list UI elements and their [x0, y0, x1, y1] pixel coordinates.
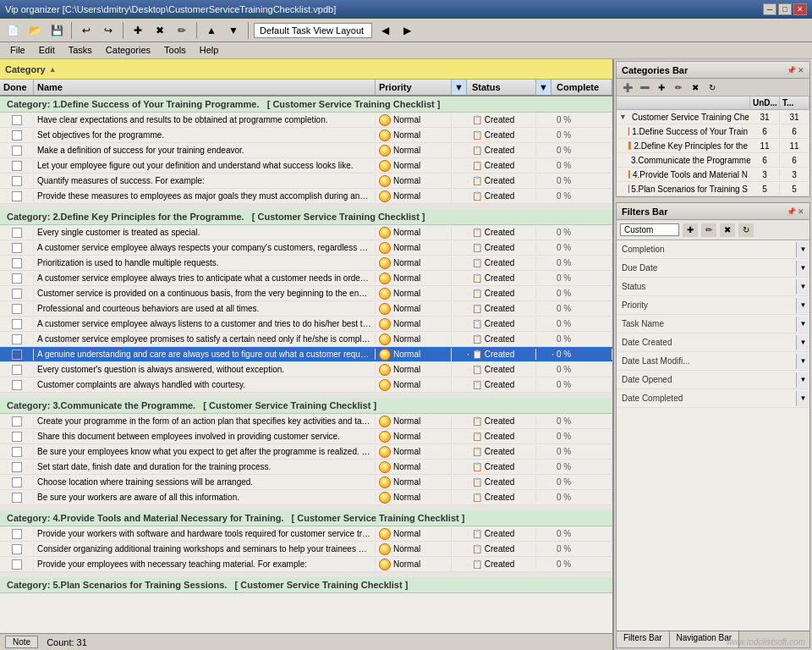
checkbox[interactable] [12, 544, 22, 554]
td-done[interactable] [0, 129, 34, 141]
checkbox[interactable] [12, 462, 22, 472]
table-row[interactable]: Provide these measures to employees as m… [0, 189, 612, 204]
table-row[interactable]: Let your employee figure out your defini… [0, 158, 612, 174]
filter-delete-btn[interactable]: ✖ [720, 223, 735, 237]
maximize-button[interactable]: □ [778, 3, 792, 15]
filter-dropdown-btn[interactable]: ▼ [796, 298, 809, 313]
th-status-filter[interactable]: ▼ [536, 80, 551, 95]
checkbox[interactable] [12, 243, 22, 253]
table-row[interactable]: Be sure your employees know what you exp… [0, 444, 612, 460]
delete-button[interactable]: ✖ [151, 21, 169, 40]
td-done[interactable] [0, 257, 34, 269]
table-row[interactable]: Provide your employees with necessary te… [0, 557, 612, 572]
filter-dropdown-btn[interactable]: ▼ [796, 242, 809, 257]
table-row[interactable]: Prioritization is used to handle multipl… [0, 256, 612, 271]
checkbox[interactable] [12, 365, 22, 375]
table-row[interactable]: Choose location where training sessions … [0, 475, 612, 490]
table-row[interactable]: Share this document between employees in… [0, 429, 612, 444]
checkbox[interactable] [12, 559, 22, 570]
td-done[interactable] [0, 492, 34, 504]
td-done[interactable] [0, 349, 34, 361]
table-row[interactable]: A customer service employee always liste… [0, 317, 612, 332]
td-done[interactable] [0, 114, 34, 126]
cat-collapse-btn[interactable]: ➖ [637, 80, 652, 94]
td-done[interactable] [0, 333, 34, 345]
menu-edit[interactable]: Edit [32, 44, 62, 57]
table-row[interactable]: Consider organizing additional training … [0, 542, 612, 557]
save-button[interactable]: 💾 [47, 21, 66, 40]
layout-selector[interactable]: Default Task View Layout [254, 23, 372, 38]
checkbox[interactable] [12, 304, 22, 314]
td-done[interactable] [0, 242, 34, 254]
cat-list-item[interactable]: 3.Communicate the Programme 6 6 [617, 153, 809, 168]
table-row[interactable]: Set start date, finish date and duration… [0, 460, 612, 475]
td-done[interactable] [0, 273, 34, 284]
cat-add-btn[interactable]: ✚ [654, 80, 669, 94]
checkbox[interactable] [12, 289, 22, 299]
categories-bar-pin[interactable]: 📌 [787, 66, 796, 74]
td-done[interactable] [0, 145, 34, 157]
note-button[interactable]: Note [5, 636, 38, 648]
checkbox[interactable] [12, 228, 22, 238]
td-done[interactable] [0, 559, 34, 570]
cat-list-item[interactable]: 4.Provide Tools and Material N 3 3 [617, 168, 809, 182]
checkbox[interactable] [12, 161, 22, 171]
td-done[interactable] [0, 175, 34, 187]
table-row[interactable]: Create your programme in the form of an … [0, 414, 612, 429]
menu-tasks[interactable]: Tasks [62, 44, 99, 57]
category-sort-header[interactable]: Category ▲ [0, 59, 612, 80]
cat-list-item[interactable]: 2.Define Key Principles for the 11 11 [617, 139, 809, 153]
td-done[interactable] [0, 190, 34, 202]
checkbox[interactable] [12, 176, 22, 186]
checkbox[interactable] [12, 319, 22, 329]
td-done[interactable] [0, 528, 34, 540]
cat-refresh-btn[interactable]: ↻ [705, 80, 720, 94]
categories-bar-close[interactable]: ✕ [798, 66, 804, 74]
cat-expand-btn[interactable]: ➕ [620, 80, 635, 94]
menu-tools[interactable]: Tools [157, 44, 193, 57]
td-done[interactable] [0, 160, 34, 172]
menu-help[interactable]: Help [193, 44, 226, 57]
filters-bar-close[interactable]: ✕ [798, 207, 804, 216]
table-row[interactable]: Customer service is provided on a contin… [0, 286, 612, 301]
filter-preset-dropdown[interactable]: Custom [620, 223, 679, 236]
redo-button[interactable]: ↪ [99, 21, 118, 40]
cat-list-item[interactable]: ▼ Customer Service Training Che 31 31 [617, 110, 809, 124]
table-row-selected[interactable]: A genuine understanding and care are alw… [0, 347, 612, 362]
cat-delete-btn[interactable]: ✖ [688, 80, 703, 94]
checkbox[interactable] [12, 432, 22, 442]
table-row[interactable]: Be sure your workers are aware of all th… [0, 490, 612, 505]
checkbox[interactable] [12, 130, 22, 140]
table-row[interactable]: Make a definition of success for your tr… [0, 143, 612, 158]
open-button[interactable]: 📂 [25, 21, 44, 40]
cat-list-item[interactable]: 5.Plan Scenarios for Training S 5 5 [617, 182, 809, 196]
checkbox[interactable] [12, 477, 22, 488]
checkbox[interactable] [12, 115, 22, 125]
td-done[interactable] [0, 416, 34, 427]
task-table[interactable]: Done Name Priority ▼ Status ▼ Complete C… [0, 80, 612, 633]
filter-dropdown-btn[interactable]: ▼ [796, 335, 809, 350]
table-row[interactable]: Quantify measures of success. For exampl… [0, 174, 612, 189]
add-task-button[interactable]: ✚ [129, 21, 147, 40]
filter-dropdown-btn[interactable]: ▼ [796, 391, 809, 406]
close-button[interactable]: ✕ [793, 3, 807, 15]
cat-list-item[interactable]: 1.Define Success of Your Train 6 6 [617, 124, 809, 139]
table-row[interactable]: Customer complaints are always handled w… [0, 377, 612, 393]
checkbox[interactable] [12, 493, 22, 503]
down-button[interactable]: ▼ [224, 21, 243, 40]
layout-next-button[interactable]: ▶ [398, 21, 416, 40]
th-priority-filter[interactable]: ▼ [452, 80, 467, 95]
checkbox[interactable] [12, 529, 22, 539]
minimize-button[interactable]: ─ [763, 3, 776, 15]
table-row[interactable]: Every customer's question is always answ… [0, 362, 612, 377]
td-done[interactable] [0, 379, 34, 391]
undo-button[interactable]: ↩ [77, 21, 96, 40]
checkbox[interactable] [12, 258, 22, 268]
checkbox[interactable] [12, 350, 22, 360]
table-row[interactable]: Every single customer is treated as spec… [0, 225, 612, 240]
menu-file[interactable]: File [3, 44, 32, 57]
checkbox[interactable] [12, 273, 22, 284]
table-row[interactable]: Set objectives for the programme. Normal… [0, 128, 612, 143]
td-done[interactable] [0, 364, 34, 376]
td-done[interactable] [0, 543, 34, 555]
